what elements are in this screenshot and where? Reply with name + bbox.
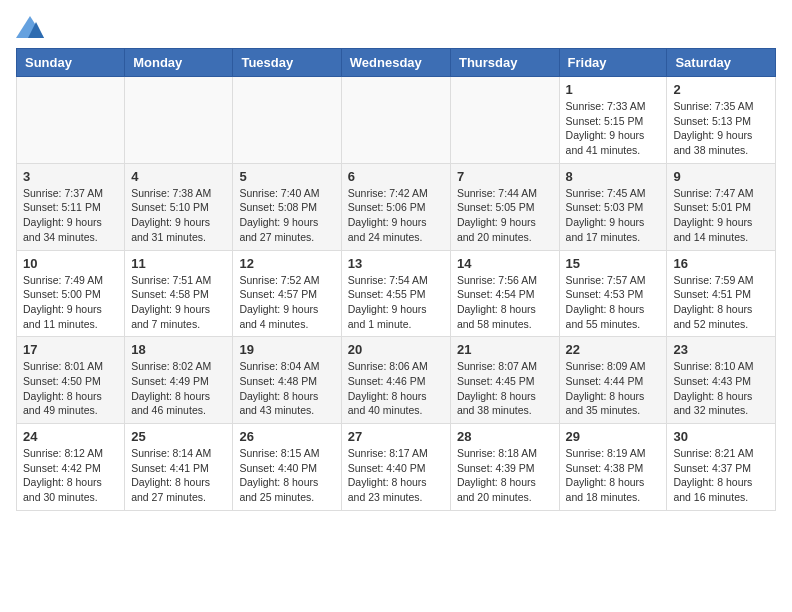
week-row-2: 3Sunrise: 7:37 AMSunset: 5:11 PMDaylight… [17, 163, 776, 250]
day-cell: 23Sunrise: 8:10 AMSunset: 4:43 PMDayligh… [667, 337, 776, 424]
day-number: 25 [131, 429, 226, 444]
day-info: Sunrise: 8:14 AMSunset: 4:41 PMDaylight:… [131, 446, 226, 505]
day-header-friday: Friday [559, 49, 667, 77]
day-number: 10 [23, 256, 118, 271]
day-info: Sunrise: 7:40 AMSunset: 5:08 PMDaylight:… [239, 186, 334, 245]
day-header-monday: Monday [125, 49, 233, 77]
day-info: Sunrise: 8:15 AMSunset: 4:40 PMDaylight:… [239, 446, 334, 505]
day-info: Sunrise: 8:09 AMSunset: 4:44 PMDaylight:… [566, 359, 661, 418]
day-info: Sunrise: 7:45 AMSunset: 5:03 PMDaylight:… [566, 186, 661, 245]
day-info: Sunrise: 7:54 AMSunset: 4:55 PMDaylight:… [348, 273, 444, 332]
day-number: 13 [348, 256, 444, 271]
day-number: 14 [457, 256, 553, 271]
day-number: 11 [131, 256, 226, 271]
day-info: Sunrise: 8:04 AMSunset: 4:48 PMDaylight:… [239, 359, 334, 418]
day-header-wednesday: Wednesday [341, 49, 450, 77]
week-row-1: 1Sunrise: 7:33 AMSunset: 5:15 PMDaylight… [17, 77, 776, 164]
day-number: 15 [566, 256, 661, 271]
day-cell: 13Sunrise: 7:54 AMSunset: 4:55 PMDayligh… [341, 250, 450, 337]
day-cell: 15Sunrise: 7:57 AMSunset: 4:53 PMDayligh… [559, 250, 667, 337]
day-cell: 21Sunrise: 8:07 AMSunset: 4:45 PMDayligh… [450, 337, 559, 424]
day-number: 5 [239, 169, 334, 184]
day-number: 30 [673, 429, 769, 444]
week-row-3: 10Sunrise: 7:49 AMSunset: 5:00 PMDayligh… [17, 250, 776, 337]
day-info: Sunrise: 7:35 AMSunset: 5:13 PMDaylight:… [673, 99, 769, 158]
day-cell: 5Sunrise: 7:40 AMSunset: 5:08 PMDaylight… [233, 163, 341, 250]
day-cell: 18Sunrise: 8:02 AMSunset: 4:49 PMDayligh… [125, 337, 233, 424]
day-info: Sunrise: 7:57 AMSunset: 4:53 PMDaylight:… [566, 273, 661, 332]
day-number: 12 [239, 256, 334, 271]
day-number: 17 [23, 342, 118, 357]
day-info: Sunrise: 8:18 AMSunset: 4:39 PMDaylight:… [457, 446, 553, 505]
day-cell: 9Sunrise: 7:47 AMSunset: 5:01 PMDaylight… [667, 163, 776, 250]
day-header-thursday: Thursday [450, 49, 559, 77]
day-info: Sunrise: 8:06 AMSunset: 4:46 PMDaylight:… [348, 359, 444, 418]
day-number: 9 [673, 169, 769, 184]
day-cell: 6Sunrise: 7:42 AMSunset: 5:06 PMDaylight… [341, 163, 450, 250]
day-info: Sunrise: 7:37 AMSunset: 5:11 PMDaylight:… [23, 186, 118, 245]
week-row-4: 17Sunrise: 8:01 AMSunset: 4:50 PMDayligh… [17, 337, 776, 424]
day-info: Sunrise: 8:01 AMSunset: 4:50 PMDaylight:… [23, 359, 118, 418]
day-number: 21 [457, 342, 553, 357]
day-cell [233, 77, 341, 164]
day-cell [341, 77, 450, 164]
day-cell: 30Sunrise: 8:21 AMSunset: 4:37 PMDayligh… [667, 424, 776, 511]
day-cell: 4Sunrise: 7:38 AMSunset: 5:10 PMDaylight… [125, 163, 233, 250]
day-number: 24 [23, 429, 118, 444]
day-number: 3 [23, 169, 118, 184]
week-row-5: 24Sunrise: 8:12 AMSunset: 4:42 PMDayligh… [17, 424, 776, 511]
day-cell: 3Sunrise: 7:37 AMSunset: 5:11 PMDaylight… [17, 163, 125, 250]
day-cell: 24Sunrise: 8:12 AMSunset: 4:42 PMDayligh… [17, 424, 125, 511]
calendar: SundayMondayTuesdayWednesdayThursdayFrid… [16, 48, 776, 511]
day-number: 6 [348, 169, 444, 184]
day-info: Sunrise: 7:33 AMSunset: 5:15 PMDaylight:… [566, 99, 661, 158]
day-info: Sunrise: 8:02 AMSunset: 4:49 PMDaylight:… [131, 359, 226, 418]
day-cell: 27Sunrise: 8:17 AMSunset: 4:40 PMDayligh… [341, 424, 450, 511]
day-header-sunday: Sunday [17, 49, 125, 77]
day-info: Sunrise: 8:19 AMSunset: 4:38 PMDaylight:… [566, 446, 661, 505]
day-cell: 1Sunrise: 7:33 AMSunset: 5:15 PMDaylight… [559, 77, 667, 164]
day-cell: 28Sunrise: 8:18 AMSunset: 4:39 PMDayligh… [450, 424, 559, 511]
day-info: Sunrise: 8:21 AMSunset: 4:37 PMDaylight:… [673, 446, 769, 505]
day-cell: 17Sunrise: 8:01 AMSunset: 4:50 PMDayligh… [17, 337, 125, 424]
day-number: 20 [348, 342, 444, 357]
header [16, 16, 776, 38]
day-cell: 8Sunrise: 7:45 AMSunset: 5:03 PMDaylight… [559, 163, 667, 250]
header-row: SundayMondayTuesdayWednesdayThursdayFrid… [17, 49, 776, 77]
day-info: Sunrise: 8:17 AMSunset: 4:40 PMDaylight:… [348, 446, 444, 505]
day-cell: 22Sunrise: 8:09 AMSunset: 4:44 PMDayligh… [559, 337, 667, 424]
day-cell: 19Sunrise: 8:04 AMSunset: 4:48 PMDayligh… [233, 337, 341, 424]
day-cell: 11Sunrise: 7:51 AMSunset: 4:58 PMDayligh… [125, 250, 233, 337]
day-number: 27 [348, 429, 444, 444]
day-info: Sunrise: 7:52 AMSunset: 4:57 PMDaylight:… [239, 273, 334, 332]
day-cell: 7Sunrise: 7:44 AMSunset: 5:05 PMDaylight… [450, 163, 559, 250]
day-number: 28 [457, 429, 553, 444]
day-cell [17, 77, 125, 164]
day-number: 4 [131, 169, 226, 184]
day-cell [125, 77, 233, 164]
day-cell: 12Sunrise: 7:52 AMSunset: 4:57 PMDayligh… [233, 250, 341, 337]
day-number: 19 [239, 342, 334, 357]
day-info: Sunrise: 7:51 AMSunset: 4:58 PMDaylight:… [131, 273, 226, 332]
day-cell [450, 77, 559, 164]
logo [16, 16, 48, 38]
day-number: 18 [131, 342, 226, 357]
day-number: 26 [239, 429, 334, 444]
day-info: Sunrise: 7:38 AMSunset: 5:10 PMDaylight:… [131, 186, 226, 245]
day-header-tuesday: Tuesday [233, 49, 341, 77]
day-cell: 10Sunrise: 7:49 AMSunset: 5:00 PMDayligh… [17, 250, 125, 337]
day-info: Sunrise: 7:47 AMSunset: 5:01 PMDaylight:… [673, 186, 769, 245]
day-header-saturday: Saturday [667, 49, 776, 77]
day-info: Sunrise: 8:10 AMSunset: 4:43 PMDaylight:… [673, 359, 769, 418]
day-cell: 16Sunrise: 7:59 AMSunset: 4:51 PMDayligh… [667, 250, 776, 337]
day-info: Sunrise: 8:12 AMSunset: 4:42 PMDaylight:… [23, 446, 118, 505]
day-cell: 25Sunrise: 8:14 AMSunset: 4:41 PMDayligh… [125, 424, 233, 511]
day-cell: 20Sunrise: 8:06 AMSunset: 4:46 PMDayligh… [341, 337, 450, 424]
day-info: Sunrise: 7:42 AMSunset: 5:06 PMDaylight:… [348, 186, 444, 245]
day-number: 29 [566, 429, 661, 444]
day-cell: 2Sunrise: 7:35 AMSunset: 5:13 PMDaylight… [667, 77, 776, 164]
day-cell: 26Sunrise: 8:15 AMSunset: 4:40 PMDayligh… [233, 424, 341, 511]
day-number: 1 [566, 82, 661, 97]
day-number: 2 [673, 82, 769, 97]
day-number: 7 [457, 169, 553, 184]
